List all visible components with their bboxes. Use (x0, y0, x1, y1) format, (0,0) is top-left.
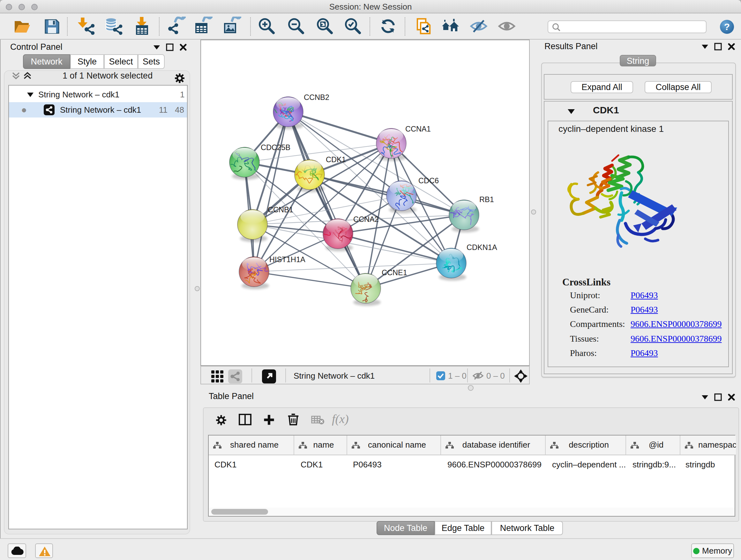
svg-text:CCNB2: CCNB2 (304, 93, 329, 102)
svg-text:CDC6: CDC6 (418, 177, 439, 185)
svg-text:CCNA1: CCNA1 (405, 125, 431, 133)
svg-text:CDC25B: CDC25B (261, 143, 290, 152)
svg-text:CCNE1: CCNE1 (382, 268, 407, 277)
svg-text:HIST1H1A: HIST1H1A (269, 255, 306, 264)
svg-text:RB1: RB1 (479, 195, 494, 204)
svg-text:CDKN1A: CDKN1A (467, 243, 497, 252)
svg-text:CCNA2: CCNA2 (353, 215, 379, 224)
svg-text:CDK1: CDK1 (326, 155, 346, 164)
svg-text:CCNB1: CCNB1 (268, 206, 293, 214)
